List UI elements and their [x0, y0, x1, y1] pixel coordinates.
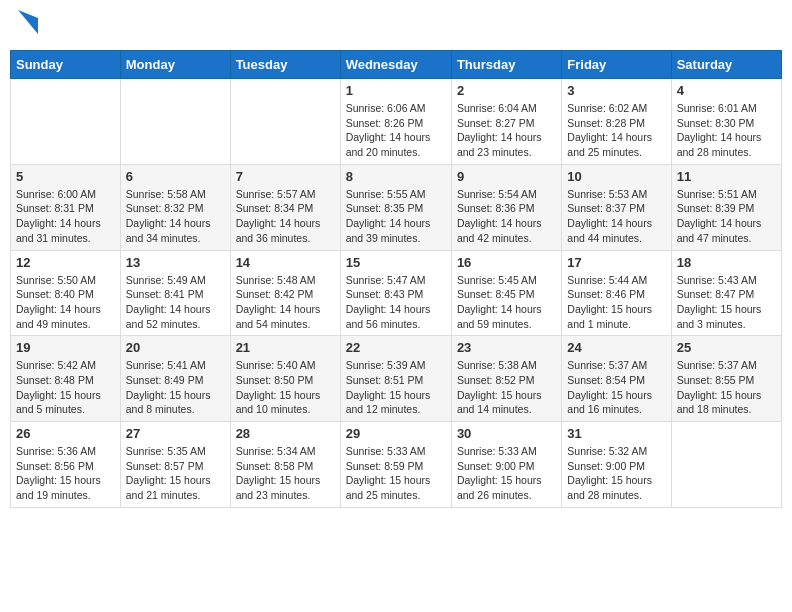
day-number: 6: [126, 169, 225, 184]
calendar-cell: 20Sunrise: 5:41 AM Sunset: 8:49 PM Dayli…: [120, 336, 230, 422]
day-number: 13: [126, 255, 225, 270]
day-number: 5: [16, 169, 115, 184]
calendar-cell: 25Sunrise: 5:37 AM Sunset: 8:55 PM Dayli…: [671, 336, 781, 422]
calendar-cell: 7Sunrise: 5:57 AM Sunset: 8:34 PM Daylig…: [230, 164, 340, 250]
calendar-cell: 24Sunrise: 5:37 AM Sunset: 8:54 PM Dayli…: [562, 336, 671, 422]
day-number: 27: [126, 426, 225, 441]
day-number: 18: [677, 255, 776, 270]
calendar-cell: [230, 79, 340, 165]
calendar-cell: 10Sunrise: 5:53 AM Sunset: 8:37 PM Dayli…: [562, 164, 671, 250]
calendar-cell: 15Sunrise: 5:47 AM Sunset: 8:43 PM Dayli…: [340, 250, 451, 336]
day-number: 7: [236, 169, 335, 184]
calendar-cell: 13Sunrise: 5:49 AM Sunset: 8:41 PM Dayli…: [120, 250, 230, 336]
day-number: 19: [16, 340, 115, 355]
calendar-cell: 5Sunrise: 6:00 AM Sunset: 8:31 PM Daylig…: [11, 164, 121, 250]
day-number: 24: [567, 340, 665, 355]
day-info: Sunrise: 5:57 AM Sunset: 8:34 PM Dayligh…: [236, 187, 335, 246]
calendar-cell: 27Sunrise: 5:35 AM Sunset: 8:57 PM Dayli…: [120, 422, 230, 508]
day-number: 8: [346, 169, 446, 184]
calendar-cell: 4Sunrise: 6:01 AM Sunset: 8:30 PM Daylig…: [671, 79, 781, 165]
day-number: 21: [236, 340, 335, 355]
day-info: Sunrise: 5:33 AM Sunset: 8:59 PM Dayligh…: [346, 444, 446, 503]
col-header-tuesday: Tuesday: [230, 51, 340, 79]
day-number: 9: [457, 169, 556, 184]
day-number: 22: [346, 340, 446, 355]
day-info: Sunrise: 5:58 AM Sunset: 8:32 PM Dayligh…: [126, 187, 225, 246]
calendar-cell: 11Sunrise: 5:51 AM Sunset: 8:39 PM Dayli…: [671, 164, 781, 250]
day-number: 14: [236, 255, 335, 270]
calendar-cell: 18Sunrise: 5:43 AM Sunset: 8:47 PM Dayli…: [671, 250, 781, 336]
day-info: Sunrise: 5:42 AM Sunset: 8:48 PM Dayligh…: [16, 358, 115, 417]
col-header-sunday: Sunday: [11, 51, 121, 79]
day-info: Sunrise: 5:51 AM Sunset: 8:39 PM Dayligh…: [677, 187, 776, 246]
day-number: 23: [457, 340, 556, 355]
day-info: Sunrise: 5:44 AM Sunset: 8:46 PM Dayligh…: [567, 273, 665, 332]
day-info: Sunrise: 5:50 AM Sunset: 8:40 PM Dayligh…: [16, 273, 115, 332]
calendar-cell: 16Sunrise: 5:45 AM Sunset: 8:45 PM Dayli…: [451, 250, 561, 336]
day-number: 26: [16, 426, 115, 441]
col-header-monday: Monday: [120, 51, 230, 79]
calendar-cell: 9Sunrise: 5:54 AM Sunset: 8:36 PM Daylig…: [451, 164, 561, 250]
day-info: Sunrise: 5:55 AM Sunset: 8:35 PM Dayligh…: [346, 187, 446, 246]
day-info: Sunrise: 5:45 AM Sunset: 8:45 PM Dayligh…: [457, 273, 556, 332]
day-info: Sunrise: 5:53 AM Sunset: 8:37 PM Dayligh…: [567, 187, 665, 246]
calendar-cell: 21Sunrise: 5:40 AM Sunset: 8:50 PM Dayli…: [230, 336, 340, 422]
day-number: 29: [346, 426, 446, 441]
calendar-cell: [11, 79, 121, 165]
day-info: Sunrise: 5:41 AM Sunset: 8:49 PM Dayligh…: [126, 358, 225, 417]
day-info: Sunrise: 5:54 AM Sunset: 8:36 PM Dayligh…: [457, 187, 556, 246]
day-number: 2: [457, 83, 556, 98]
calendar-week-row: 26Sunrise: 5:36 AM Sunset: 8:56 PM Dayli…: [11, 422, 782, 508]
day-info: Sunrise: 6:06 AM Sunset: 8:26 PM Dayligh…: [346, 101, 446, 160]
day-number: 11: [677, 169, 776, 184]
day-info: Sunrise: 6:00 AM Sunset: 8:31 PM Dayligh…: [16, 187, 115, 246]
calendar-cell: 28Sunrise: 5:34 AM Sunset: 8:58 PM Dayli…: [230, 422, 340, 508]
calendar-cell: 6Sunrise: 5:58 AM Sunset: 8:32 PM Daylig…: [120, 164, 230, 250]
calendar-table: SundayMondayTuesdayWednesdayThursdayFrid…: [10, 50, 782, 508]
calendar-cell: 2Sunrise: 6:04 AM Sunset: 8:27 PM Daylig…: [451, 79, 561, 165]
calendar-cell: 19Sunrise: 5:42 AM Sunset: 8:48 PM Dayli…: [11, 336, 121, 422]
day-number: 17: [567, 255, 665, 270]
calendar-cell: 31Sunrise: 5:32 AM Sunset: 9:00 PM Dayli…: [562, 422, 671, 508]
page-header: [10, 10, 782, 42]
day-number: 1: [346, 83, 446, 98]
day-info: Sunrise: 5:47 AM Sunset: 8:43 PM Dayligh…: [346, 273, 446, 332]
day-number: 16: [457, 255, 556, 270]
day-number: 15: [346, 255, 446, 270]
svg-marker-0: [18, 10, 38, 34]
calendar-cell: 14Sunrise: 5:48 AM Sunset: 8:42 PM Dayli…: [230, 250, 340, 336]
day-info: Sunrise: 5:48 AM Sunset: 8:42 PM Dayligh…: [236, 273, 335, 332]
day-number: 20: [126, 340, 225, 355]
logo: [16, 14, 38, 38]
calendar-week-row: 12Sunrise: 5:50 AM Sunset: 8:40 PM Dayli…: [11, 250, 782, 336]
calendar-cell: 12Sunrise: 5:50 AM Sunset: 8:40 PM Dayli…: [11, 250, 121, 336]
day-number: 4: [677, 83, 776, 98]
calendar-cell: 8Sunrise: 5:55 AM Sunset: 8:35 PM Daylig…: [340, 164, 451, 250]
day-info: Sunrise: 5:34 AM Sunset: 8:58 PM Dayligh…: [236, 444, 335, 503]
calendar-cell: 3Sunrise: 6:02 AM Sunset: 8:28 PM Daylig…: [562, 79, 671, 165]
day-info: Sunrise: 5:40 AM Sunset: 8:50 PM Dayligh…: [236, 358, 335, 417]
day-number: 28: [236, 426, 335, 441]
calendar-cell: [671, 422, 781, 508]
day-info: Sunrise: 6:01 AM Sunset: 8:30 PM Dayligh…: [677, 101, 776, 160]
day-info: Sunrise: 5:43 AM Sunset: 8:47 PM Dayligh…: [677, 273, 776, 332]
col-header-thursday: Thursday: [451, 51, 561, 79]
day-info: Sunrise: 5:49 AM Sunset: 8:41 PM Dayligh…: [126, 273, 225, 332]
calendar-cell: 26Sunrise: 5:36 AM Sunset: 8:56 PM Dayli…: [11, 422, 121, 508]
day-info: Sunrise: 5:36 AM Sunset: 8:56 PM Dayligh…: [16, 444, 115, 503]
calendar-cell: 23Sunrise: 5:38 AM Sunset: 8:52 PM Dayli…: [451, 336, 561, 422]
col-header-wednesday: Wednesday: [340, 51, 451, 79]
day-info: Sunrise: 5:39 AM Sunset: 8:51 PM Dayligh…: [346, 358, 446, 417]
calendar-cell: 17Sunrise: 5:44 AM Sunset: 8:46 PM Dayli…: [562, 250, 671, 336]
col-header-friday: Friday: [562, 51, 671, 79]
day-number: 12: [16, 255, 115, 270]
day-info: Sunrise: 5:37 AM Sunset: 8:54 PM Dayligh…: [567, 358, 665, 417]
calendar-week-row: 5Sunrise: 6:00 AM Sunset: 8:31 PM Daylig…: [11, 164, 782, 250]
day-number: 31: [567, 426, 665, 441]
day-number: 25: [677, 340, 776, 355]
day-info: Sunrise: 6:04 AM Sunset: 8:27 PM Dayligh…: [457, 101, 556, 160]
day-info: Sunrise: 5:32 AM Sunset: 9:00 PM Dayligh…: [567, 444, 665, 503]
calendar-cell: 30Sunrise: 5:33 AM Sunset: 9:00 PM Dayli…: [451, 422, 561, 508]
day-info: Sunrise: 5:37 AM Sunset: 8:55 PM Dayligh…: [677, 358, 776, 417]
calendar-cell: 1Sunrise: 6:06 AM Sunset: 8:26 PM Daylig…: [340, 79, 451, 165]
